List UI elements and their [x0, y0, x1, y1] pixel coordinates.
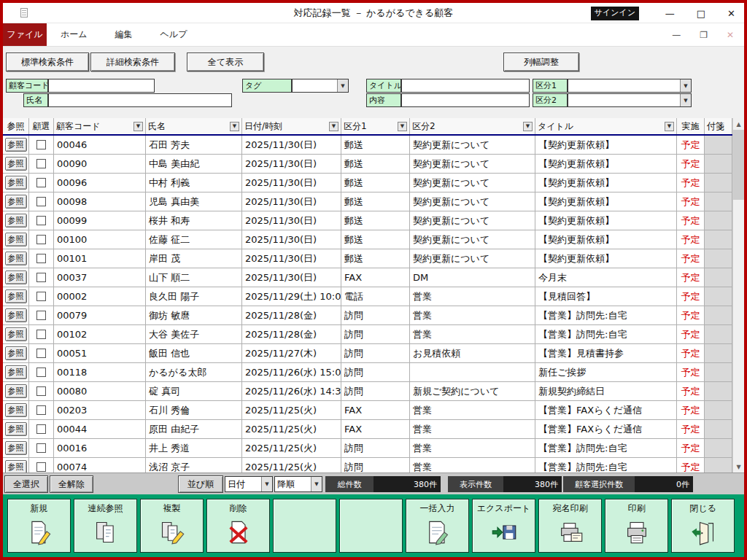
row-reference-button[interactable]: 参照 — [5, 289, 27, 303]
row-checkbox[interactable] — [36, 386, 46, 396]
standard-search-button[interactable]: 標準検索条件 — [6, 52, 89, 71]
row-reference-button[interactable]: 参照 — [5, 403, 27, 417]
scroll-up-icon[interactable]: ▲ — [733, 118, 744, 130]
print-button[interactable]: 印刷 — [605, 499, 668, 553]
content-input[interactable] — [401, 93, 530, 107]
row-reference-button[interactable]: 参照 — [5, 422, 27, 436]
close-icon[interactable]: ✕ — [727, 8, 735, 19]
row-checkbox[interactable] — [36, 462, 46, 472]
table-row[interactable]: 参照 00099 桜井 和寿 2025/11/30(日) 郵送 契約更新について… — [3, 211, 732, 230]
table-row[interactable]: 参照 00101 岸田 茂 2025/11/30(日) 郵送 契約更新について … — [3, 249, 732, 268]
chevron-down-icon[interactable]: ▼ — [680, 79, 691, 92]
row-checkbox[interactable] — [36, 159, 46, 168]
minimize-icon[interactable]: — — [665, 8, 675, 19]
table-row[interactable]: 参照 00079 御坊 敏麿 2025/11/28(金) 訪問 営業 【営業】訪… — [3, 306, 732, 325]
table-row[interactable]: 参照 00051 飯田 信也 2025/11/27(木) 訪問 お見積依頼 【営… — [3, 344, 732, 363]
delete-button[interactable]: 削除 — [206, 499, 270, 553]
sort-direction-combobox[interactable]: 降順 ▼ — [274, 476, 322, 492]
menu-item-home[interactable]: ホーム — [47, 23, 101, 46]
export-button[interactable]: エクスポート — [472, 499, 535, 553]
row-reference-button[interactable]: 参照 — [5, 327, 27, 341]
table-row[interactable]: 参照 00118 かるがる太郎 2025/11/26(水) 15:00 訪問 新… — [3, 363, 732, 382]
sort-dropdown-icon[interactable]: ▼ — [398, 122, 407, 131]
sort-dropdown-icon[interactable]: ▼ — [523, 122, 533, 131]
table-row[interactable]: 参照 00203 石川 秀倫 2025/11/25(火) FAX 営業 【営業】… — [3, 401, 732, 420]
chevron-down-icon[interactable]: ▼ — [311, 477, 322, 491]
table-row[interactable]: 参照 00100 佐藤 征二 2025/11/30(日) 郵送 契約更新について… — [3, 230, 732, 249]
sort-order-button[interactable]: 並び順 — [178, 475, 223, 493]
table-row[interactable]: 参照 00098 児島 真由美 2025/11/30(日) 郵送 契約更新につい… — [3, 192, 732, 211]
row-checkbox[interactable] — [36, 178, 46, 187]
sort-dropdown-icon[interactable]: ▼ — [230, 122, 239, 131]
chevron-down-icon[interactable]: ▼ — [261, 477, 272, 491]
row-checkbox[interactable] — [36, 273, 46, 282]
row-checkbox[interactable] — [36, 443, 46, 453]
row-reference-button[interactable]: 参照 — [5, 214, 27, 228]
row-reference-button[interactable]: 参照 — [5, 195, 27, 209]
table-row[interactable]: 参照 00090 中島 美由紀 2025/11/30(日) 郵送 契約更新につい… — [3, 155, 732, 174]
scroll-down-icon[interactable]: ▼ — [733, 461, 744, 472]
sort-dropdown-icon[interactable]: ▼ — [665, 122, 674, 131]
menu-item-file[interactable]: ファイル — [3, 23, 47, 46]
close-window-button[interactable]: 閉じる — [671, 499, 735, 553]
row-reference-button[interactable]: 参照 — [5, 233, 27, 246]
row-reference-button[interactable]: 参照 — [5, 346, 27, 360]
row-reference-button[interactable]: 参照 — [5, 460, 27, 472]
row-checkbox[interactable] — [36, 197, 46, 206]
show-all-button[interactable]: 全て表示 — [187, 52, 264, 71]
maximize-icon[interactable]: □ — [697, 8, 705, 19]
row-reference-button[interactable]: 参照 — [5, 441, 27, 455]
address-print-button[interactable]: 宛名印刷 — [538, 499, 602, 553]
row-checkbox[interactable] — [36, 368, 46, 377]
table-row[interactable]: 参照 00002 良久田 陽子 2025/11/29(土) 10:00 電話 営… — [3, 287, 732, 306]
row-checkbox[interactable] — [36, 140, 46, 149]
row-checkbox[interactable] — [36, 292, 46, 301]
row-reference-button[interactable]: 参照 — [5, 252, 27, 265]
table-row[interactable]: 参照 00037 山下 順二 2025/11/30(日) FAX DM 今月末 … — [3, 268, 732, 287]
row-reference-button[interactable]: 参照 — [5, 176, 27, 190]
table-row[interactable]: 参照 00074 浅沼 京子 2025/11/25(火) 訪問 営業 【営業】訪… — [3, 458, 732, 472]
row-checkbox[interactable] — [36, 424, 46, 434]
row-checkbox[interactable] — [36, 235, 46, 244]
chevron-down-icon[interactable]: ▼ — [337, 79, 348, 92]
sort-dropdown-icon[interactable]: ▼ — [133, 122, 143, 131]
new-record-button[interactable]: 新規 — [7, 499, 71, 553]
row-reference-button[interactable]: 参照 — [5, 384, 27, 398]
chevron-down-icon[interactable]: ▼ — [680, 94, 691, 106]
row-checkbox[interactable] — [36, 254, 46, 263]
table-row[interactable]: 参照 00046 石田 芳夫 2025/11/30(日) 郵送 契約更新について… — [3, 136, 732, 155]
menu-item-edit[interactable]: 編集 — [101, 23, 147, 46]
row-reference-button[interactable]: 参照 — [5, 157, 27, 171]
name-input[interactable] — [48, 93, 232, 107]
child-restore-icon[interactable]: ❐ — [700, 30, 708, 40]
tag-combobox[interactable]: ▼ — [292, 79, 349, 93]
table-row[interactable]: 参照 00096 中村 利義 2025/11/30(日) 郵送 契約更新について… — [3, 174, 732, 192]
table-row[interactable]: 参照 00102 大谷 美佐子 2025/11/28(金) 訪問 営業 【営業】… — [3, 325, 732, 344]
row-checkbox[interactable] — [36, 330, 46, 339]
detail-search-button[interactable]: 詳細検索条件 — [90, 52, 175, 71]
menu-item-help[interactable]: ヘルプ — [147, 23, 201, 46]
child-close-icon[interactable]: ✕ — [727, 30, 734, 40]
select-all-button[interactable]: 全選択 — [4, 475, 48, 493]
row-reference-button[interactable]: 参照 — [5, 271, 27, 284]
table-row[interactable]: 参照 00080 碇 真司 2025/11/26(水) 14:30 訪問 新規ご… — [3, 382, 732, 401]
signin-button[interactable]: サインイン — [591, 7, 639, 20]
row-checkbox[interactable] — [36, 311, 46, 320]
row-reference-button[interactable]: 参照 — [5, 138, 27, 152]
row-reference-button[interactable]: 参照 — [5, 365, 27, 379]
child-minimize-icon[interactable]: — — [672, 30, 681, 40]
clear-all-button[interactable]: 全解除 — [50, 475, 93, 493]
sort-dropdown-icon[interactable]: ▼ — [329, 122, 338, 131]
row-checkbox[interactable] — [36, 349, 46, 358]
duplicate-button[interactable]: 複製 — [140, 499, 204, 553]
row-checkbox[interactable] — [36, 405, 46, 415]
vertical-scrollbar[interactable]: ▲ ▼ — [732, 118, 744, 472]
table-row[interactable]: 参照 00016 井上 秀道 2025/11/25(火) 訪問 営業 【営業】訪… — [3, 439, 732, 458]
row-reference-button[interactable]: 参照 — [5, 308, 27, 322]
category1-combobox[interactable]: ▼ — [568, 79, 692, 93]
customer-code-input[interactable] — [48, 79, 155, 93]
batch-input-button[interactable]: 一括入力 — [406, 499, 469, 553]
scrollbar-thumb[interactable] — [733, 130, 744, 200]
sort-field-combobox[interactable]: 日付 ▼ — [225, 476, 273, 492]
category2-combobox[interactable]: ▼ — [568, 93, 692, 107]
